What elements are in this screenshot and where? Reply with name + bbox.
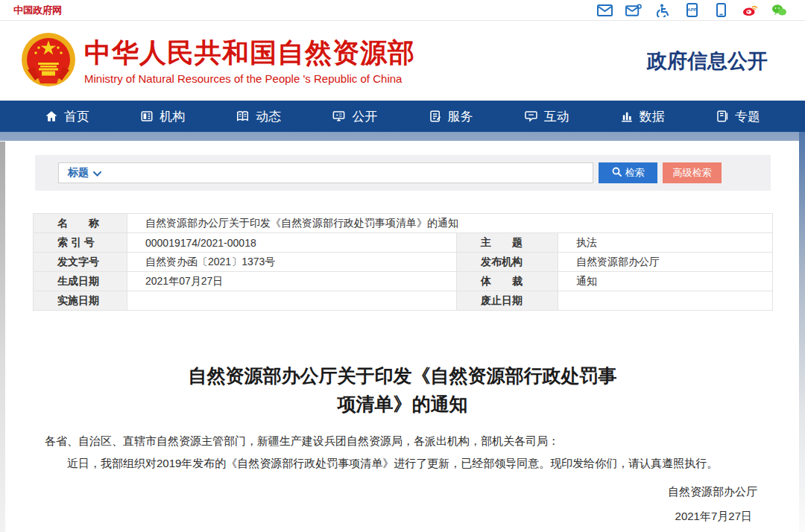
ministry-title-cn: 中华人民共和国自然资源部 xyxy=(84,37,415,69)
search-field-selector[interactable]: 标题 xyxy=(68,166,101,180)
gov-info-disclosure-title[interactable]: 政府信息公开 xyxy=(647,48,768,75)
document-date: 2021年7月27日 xyxy=(0,510,752,524)
meta-agency-label: 发布机构 xyxy=(457,253,558,272)
nav-item-home[interactable]: 首页 xyxy=(45,108,89,125)
document-signature: 自然资源部办公厅 xyxy=(0,485,757,499)
meta-subject-value: 执法 xyxy=(558,233,773,253)
top-utility-bar: 中国政府网 APP xyxy=(0,0,805,21)
document-title: 自然资源部办公厅关于印发《自然资源部行政处罚事 项清单》的通知 xyxy=(0,361,805,418)
mail-settings-icon[interactable] xyxy=(625,4,642,17)
nav-item-interaction[interactable]: 互动 xyxy=(524,108,569,125)
meta-name-label: 名 称 xyxy=(34,214,127,233)
svg-text:APP: APP xyxy=(687,7,696,12)
news-icon xyxy=(236,110,250,123)
nav-item-news[interactable]: 动态 xyxy=(236,108,281,125)
document-meta-table: 名 称 自然资源部办公厅关于印发《自然资源部行政处罚事项清单》的通知 索 引 号… xyxy=(33,213,773,311)
document-title-line1: 自然资源部办公厅关于印发《自然资源部行政处罚事 xyxy=(0,361,805,390)
right-edge-gradient xyxy=(799,132,805,532)
site-header: 中华人民共和国自然资源部 Ministry of Natural Resourc… xyxy=(0,21,805,101)
search-button[interactable]: 检索 xyxy=(599,162,657,183)
search-button-label: 检索 xyxy=(625,166,645,180)
home-icon xyxy=(45,110,58,123)
document-body: 各省、自治区、直辖市自然资源主管部门，新疆生产建设兵团自然资源局，各派出机构，部… xyxy=(45,430,760,475)
table-row: 发文字号 自然资办函〔2021〕1373号 发布机构 自然资源部办公厅 xyxy=(34,253,773,272)
meta-agency-value: 自然资源部办公厅 xyxy=(558,253,773,272)
table-row: 实施日期 废止日期 xyxy=(34,291,773,311)
nav-item-disclosure[interactable]: 公开 xyxy=(332,108,377,125)
table-row: 名 称 自然资源部办公厅关于印发《自然资源部行政处罚事项清单》的通知 xyxy=(34,214,773,233)
nav-label: 服务 xyxy=(448,108,473,125)
organization-icon xyxy=(140,110,154,123)
main-nav: 首页 机构 动态 公开 服务 互动 数据 专题 xyxy=(0,101,805,132)
nav-item-data[interactable]: 数据 xyxy=(620,108,665,125)
search-input[interactable]: 标题 xyxy=(58,162,593,183)
nav-item-service[interactable]: 服务 xyxy=(429,108,473,125)
nav-item-organization[interactable]: 机构 xyxy=(140,108,185,125)
advanced-search-button[interactable]: 高级检索 xyxy=(663,162,722,183)
meta-genre-value: 通知 xyxy=(558,272,773,291)
search-icon xyxy=(612,167,622,179)
meta-docnum-value: 自然资办函〔2021〕1373号 xyxy=(127,253,457,272)
nav-label: 动态 xyxy=(256,108,281,125)
wechat-icon[interactable] xyxy=(771,4,787,17)
chevron-down-icon xyxy=(93,167,101,179)
meta-index-label: 索 引 号 xyxy=(34,233,127,253)
search-section: 标题 检索 高级检索 xyxy=(35,155,771,191)
meta-docnum-label: 发文字号 xyxy=(34,253,127,272)
ministry-title-en: Ministry of Natural Resources of the Peo… xyxy=(84,72,415,85)
meta-name-value: 自然资源部办公厅关于印发《自然资源部行政处罚事项清单》的通知 xyxy=(127,214,773,233)
nav-label: 公开 xyxy=(352,108,377,125)
ministry-titles: 中华人民共和国自然资源部 Ministry of Natural Resourc… xyxy=(84,37,415,85)
gov-portal-link[interactable]: 中国政府网 xyxy=(13,4,62,17)
meta-index-value: 000019174/2021-00018 xyxy=(127,233,457,253)
nav-label: 数据 xyxy=(640,108,665,125)
interaction-icon xyxy=(524,110,538,123)
weibo-icon[interactable] xyxy=(742,4,758,17)
nav-label: 机构 xyxy=(160,108,185,125)
meta-abolishdate-label: 废止日期 xyxy=(457,291,558,311)
app-download-icon[interactable]: APP xyxy=(684,4,700,17)
meta-abolishdate-value xyxy=(558,291,773,311)
nav-label: 互动 xyxy=(544,108,569,125)
service-icon xyxy=(429,110,442,123)
data-icon xyxy=(620,110,634,123)
mobile-icon[interactable] xyxy=(713,4,729,17)
national-emblem-logo[interactable] xyxy=(19,31,78,91)
advanced-search-label: 高级检索 xyxy=(673,166,712,180)
document-title-line2: 项清单》的通知 xyxy=(0,390,805,418)
nav-bottom-strip xyxy=(0,132,805,141)
meta-gendate-label: 生成日期 xyxy=(34,272,127,291)
table-row: 索 引 号 000019174/2021-00018 主 题 执法 xyxy=(34,233,773,253)
nav-label: 首页 xyxy=(64,108,89,125)
meta-gendate-value: 2021年07月27日 xyxy=(127,272,457,291)
page: 中国政府网 APP xyxy=(0,0,805,532)
disclosure-icon xyxy=(332,110,346,123)
document-paragraph: 各省、自治区、直辖市自然资源主管部门，新疆生产建设兵团自然资源局，各派出机构，部… xyxy=(45,430,760,452)
mail-icon[interactable] xyxy=(596,4,613,17)
topbar-icons: APP xyxy=(596,4,787,17)
table-row: 生成日期 2021年07月27日 体 裁 通知 xyxy=(34,272,773,291)
nav-item-topics[interactable]: 专题 xyxy=(716,108,760,125)
search-field-label: 标题 xyxy=(68,166,89,180)
meta-subject-label: 主 题 xyxy=(457,233,558,253)
left-edge-gradient xyxy=(0,142,5,532)
meta-impldate-value xyxy=(127,291,457,311)
document-paragraph: 近日，我部组织对2019年发布的《自然资源部行政处罚事项清单》进行了更新，已经部… xyxy=(45,452,760,475)
meta-impldate-label: 实施日期 xyxy=(34,291,127,311)
meta-genre-label: 体 裁 xyxy=(457,272,558,291)
nav-label: 专题 xyxy=(735,108,760,125)
topics-icon xyxy=(716,110,729,123)
accessibility-icon[interactable] xyxy=(654,4,671,17)
